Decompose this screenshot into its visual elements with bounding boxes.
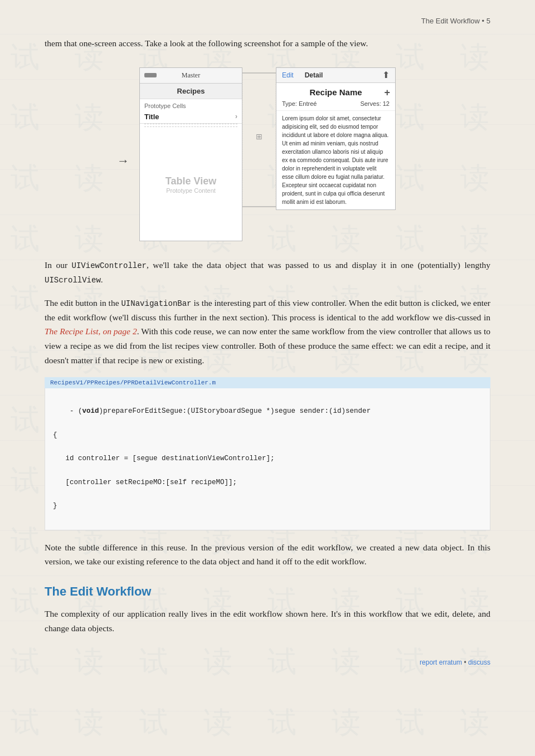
code-uinavigationbar: UINavigationBar [121,299,191,308]
paragraph-subtle-difference: Note the subtle difference in this reuse… [45,540,490,569]
recipe-meta: Type: Entreé Serves: 12 [276,99,395,111]
share-icon: ⬆ [382,70,390,80]
page-header: The Edit Workflow • 5 [45,17,490,25]
recipes-label: Recipes [177,87,205,95]
title-row: Title › [140,110,242,124]
title-cell-label: Title [144,113,159,121]
discuss-link[interactable]: discuss [468,659,490,666]
prototype-cells-label: Prototype Cells [140,99,242,110]
page-footer: report erratum • discuss [420,659,490,666]
paragraph-uiviewcontroller: In our UIViewController, we'll take the … [45,258,490,287]
recipe-list-link[interactable]: The Recipe List, on page 2 [45,326,137,336]
code-uiscrollview: UIScrollView [45,276,101,285]
table-view-label: Table View [166,175,216,187]
recipe-body-text: Lorem ipsum dolor sit amet, consectetur … [276,111,395,209]
connector: ⊞ [242,67,276,212]
master-recipes-bar: Recipes + [140,84,242,99]
prototype-content-label: Prototype Content [166,187,216,194]
code-block: - (void)prepareForEditSegue:(UIStoryboar… [45,388,490,530]
report-erratum-link[interactable]: report erratum [420,659,462,666]
code-line-2: { [53,431,57,439]
arrow-icon: → [117,154,129,168]
master-navbar: Master [140,68,242,84]
master-nav-button-left [144,73,157,77]
detail-navbar: Edit Detail ⬆ [276,68,395,83]
section-heading: The Edit Workflow [45,584,490,599]
header-text: The Edit Workflow • 5 [421,17,490,25]
detail-tab: Detail [305,71,323,79]
table-view-center: Table View Prototype Content [140,129,242,241]
type-label: Type: Entreé [282,100,317,107]
master-title: Master [182,71,200,80]
recipe-name-header: Recipe Name [276,83,395,99]
code-filename: RecipesV1/PPRecipes/PPRDetailViewControl… [45,377,490,388]
edit-tab: Edit [282,71,294,79]
code-uiviewcontroller: UIViewController [72,261,147,270]
detail-panel: Edit Detail ⬆ Recipe Name Type: Entreé S… [276,67,396,210]
diagram-container: → Master Recipes + Prototype Cells Title… [45,67,490,241]
connector-lines: ⊞ [242,67,276,212]
page-content: The Edit Workflow • 5 them that one-scre… [0,0,535,677]
grid-icon: ⊞ [256,132,262,142]
detail-nav-tabs: Edit Detail ⬆ [282,71,390,79]
chevron-icon: › [235,113,237,120]
add-icon: + [384,87,390,99]
intro-paragraph: them that one-screen access. Take a look… [45,36,490,51]
diagram-wrapper: → Master Recipes + Prototype Cells Title… [139,67,396,241]
paragraph-uinavigationbar: The edit button in the UINavigationBar i… [45,296,490,367]
paragraph-complexity: The complexity of our application really… [45,607,490,635]
code-line-5: } [53,502,57,510]
code-line-3: id controller = [segue destinationViewCo… [53,455,275,462]
master-panel: Master Recipes + Prototype Cells Title › [139,67,242,241]
serves-label: Serves: 12 [360,100,390,107]
code-line-4: [controller setRecipeMO:[self recipeMO]]… [53,479,237,486]
code-line-1: - (void)prepareForEditSegue:(UIStoryboar… [70,407,371,415]
